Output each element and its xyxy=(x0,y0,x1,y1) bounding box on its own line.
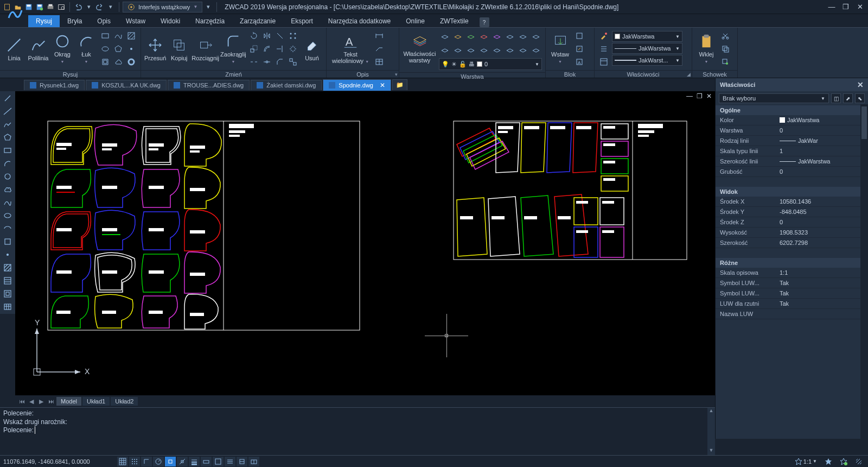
property-row[interactable]: Szerokość6202.7298 xyxy=(716,238,868,248)
mdi-close-icon[interactable]: ✕ xyxy=(705,92,713,100)
close-button[interactable]: ✕ xyxy=(854,2,866,12)
tb-point-icon[interactable] xyxy=(1,249,14,261)
erase-button[interactable]: Usuń xyxy=(301,35,323,62)
tb-gradient-icon[interactable] xyxy=(1,275,14,287)
property-row[interactable]: Środek Z0 xyxy=(716,217,868,228)
dim-linear-icon[interactable] xyxy=(373,30,385,42)
workspace-dropdown[interactable]: Interfejs wstążkowy ▼ xyxy=(123,2,202,12)
copy-button[interactable]: Kopiuj xyxy=(168,35,190,62)
layer-sm-1[interactable] xyxy=(439,31,451,43)
layer-sm-3[interactable] xyxy=(465,31,477,43)
trim-icon[interactable] xyxy=(274,30,286,42)
selection-dropdown[interactable]: Brak wyboru▼ xyxy=(719,93,829,103)
ribbon-tab-online[interactable]: Online xyxy=(398,15,432,27)
restore-button[interactable]: ❐ xyxy=(840,2,852,12)
annotation-scale[interactable]: 1:1▼ xyxy=(793,458,819,465)
tab-close-icon[interactable]: ✕ xyxy=(380,81,385,89)
section-misc[interactable]: Różne▾ xyxy=(716,258,868,268)
mdi-minimize-icon[interactable]: — xyxy=(686,92,693,100)
layer-sm-16[interactable] xyxy=(530,45,542,56)
command-line[interactable]: Polecenie:Wskaż drugi narożnik: Poleceni… xyxy=(0,407,715,455)
leader-icon[interactable] xyxy=(373,43,385,55)
property-row[interactable]: Symbol LUW...Tak xyxy=(716,278,868,288)
tb-xline-icon[interactable] xyxy=(1,105,14,117)
property-row[interactable]: Grubość0 xyxy=(716,167,868,177)
layer-sm-7[interactable] xyxy=(517,31,529,43)
redo-dd-icon[interactable]: ▾ xyxy=(106,2,116,12)
property-row[interactable]: Środek Y-848.0485 xyxy=(716,207,868,217)
layout-last-icon[interactable]: ⏭ xyxy=(47,397,55,406)
ribbon-tab-narzędzia dodatkowe[interactable]: Narzędzia dodatkowe xyxy=(321,15,398,27)
layout-prev-icon[interactable]: ◀ xyxy=(27,397,36,406)
tb-rect-icon[interactable] xyxy=(1,144,14,156)
drawing-canvas[interactable]: — ❐ ✕ xyxy=(15,91,715,395)
layer-sm-10[interactable] xyxy=(452,45,464,56)
undo-icon[interactable] xyxy=(73,2,83,12)
section-general[interactable]: Ogólne▾ xyxy=(716,105,868,115)
saveas-icon[interactable] xyxy=(35,2,44,12)
otrack-icon[interactable] xyxy=(177,457,188,466)
polygon-icon[interactable] xyxy=(112,43,124,55)
fillet-button[interactable]: Zaokrąglij▼ xyxy=(221,31,246,66)
block-create-icon[interactable] xyxy=(573,30,585,42)
ribbon-tab-rysuj[interactable]: Rysuj xyxy=(28,15,60,27)
properties-close-icon[interactable]: ✕ xyxy=(857,80,864,89)
mtext-button[interactable]: A Tekstwieloliniowy ▼ xyxy=(330,31,371,66)
command-scrollbar[interactable]: ▲▼ xyxy=(707,408,715,455)
properties-scrollbar[interactable] xyxy=(860,104,868,439)
property-row[interactable]: Wysokość1908.5323 xyxy=(716,228,868,238)
spline-icon[interactable] xyxy=(112,30,124,42)
layout-first-icon[interactable]: ⏮ xyxy=(17,397,26,406)
tb-circle-icon[interactable] xyxy=(1,171,14,182)
property-row[interactable]: Skala opisowa1:1 xyxy=(716,268,868,278)
ribbon-tab-narzędzia[interactable]: Narzędzia xyxy=(188,15,232,27)
join-icon[interactable] xyxy=(261,56,273,68)
coords-readout[interactable]: 11076.1649, -1460.6841, 0.0000 xyxy=(3,458,112,465)
hatch-icon[interactable] xyxy=(125,30,137,42)
rotate-icon[interactable] xyxy=(248,30,260,42)
polyline-button[interactable]: Polilinia xyxy=(27,35,49,62)
layer-sm-11[interactable] xyxy=(465,45,477,56)
tb-table-icon[interactable] xyxy=(1,301,14,313)
layer-sm-4[interactable] xyxy=(478,31,490,43)
mirror-icon[interactable] xyxy=(261,30,273,42)
redo-icon[interactable] xyxy=(95,2,105,12)
layer-sm-2[interactable] xyxy=(452,31,464,43)
mdi-restore-icon[interactable]: ❐ xyxy=(695,92,703,100)
pickadd-icon[interactable]: ⬈ xyxy=(843,93,853,103)
ribbon-tab-eksport[interactable]: Eksport xyxy=(283,15,321,27)
extend-icon[interactable] xyxy=(274,43,286,55)
array-icon[interactable] xyxy=(287,30,299,42)
layer-sm-5[interactable] xyxy=(491,31,503,43)
layer-sm-6[interactable] xyxy=(504,31,516,43)
layout-tab-układ1[interactable]: Układ1 xyxy=(82,397,110,406)
circle-button[interactable]: Okrąg▼ xyxy=(52,31,73,66)
point-icon[interactable] xyxy=(125,43,137,55)
layout-tab-układ2[interactable]: Układ2 xyxy=(111,397,138,406)
layer-sm-8[interactable] xyxy=(530,31,542,43)
ribbon-tab-opis[interactable]: Opis xyxy=(90,15,118,27)
layout-next-icon[interactable]: ▶ xyxy=(37,397,46,406)
props-panel-icon[interactable] xyxy=(598,56,610,68)
annoscale-add-icon[interactable] xyxy=(838,458,850,465)
ribbon-tab-wstaw[interactable]: Wstaw xyxy=(118,15,153,27)
property-row[interactable]: LUW dla rzutniTak xyxy=(716,299,868,309)
grid-icon[interactable] xyxy=(129,457,140,466)
property-row[interactable]: Skala typu linii1 xyxy=(716,146,868,156)
minimize-button[interactable]: — xyxy=(826,2,838,12)
qat-more-icon[interactable]: ▾ xyxy=(203,2,213,12)
dyn-icon[interactable] xyxy=(201,457,212,466)
cycle-icon[interactable] xyxy=(225,457,235,466)
tb-line-icon[interactable] xyxy=(1,92,14,104)
help-icon[interactable]: ? xyxy=(480,17,489,27)
layer-sm-9[interactable] xyxy=(439,45,451,56)
plot-icon[interactable] xyxy=(46,2,55,12)
property-row[interactable]: Środek X10580.1436 xyxy=(716,197,868,207)
new-document-tab[interactable]: 📁 xyxy=(392,79,407,90)
ribbon-tab-bryła[interactable]: Bryła xyxy=(60,15,90,27)
property-row[interactable]: Warstwa0 xyxy=(716,125,868,136)
match-props-icon[interactable] xyxy=(598,30,610,42)
rect-icon[interactable] xyxy=(99,30,111,42)
app-logo[interactable] xyxy=(4,0,26,27)
ortho-icon[interactable] xyxy=(141,457,152,466)
